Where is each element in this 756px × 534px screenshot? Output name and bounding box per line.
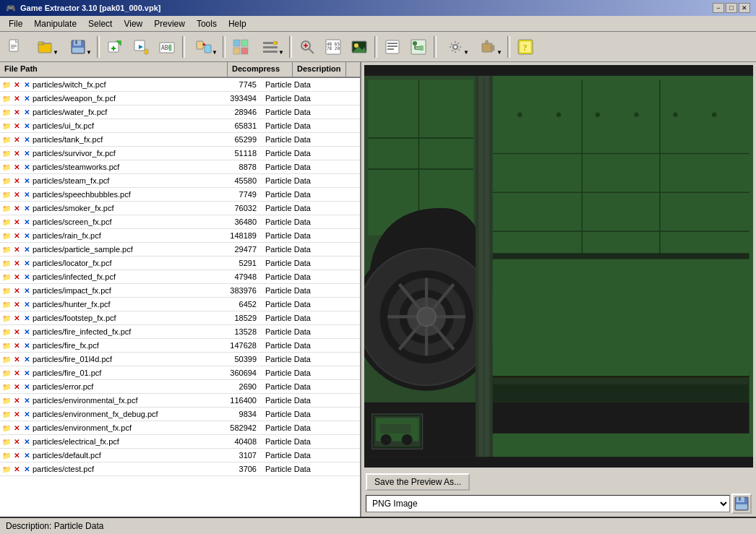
remove-blue-icon[interactable]: ✕ — [22, 121, 31, 131]
table-row[interactable]: 📁 ✕ ✕ particles/fire_01.pcf 360694 Parti… — [0, 366, 360, 380]
menu-item-select[interactable]: Select — [82, 17, 118, 30]
table-row[interactable]: 📁 ✕ ✕ particles/fire_infected_fx.pcf 135… — [0, 325, 360, 339]
remove-blue-icon[interactable]: ✕ — [22, 218, 31, 227]
table-row[interactable]: 📁 ✕ ✕ particles/tank_fx.pcf 65299 Partic… — [0, 133, 360, 147]
remove-red-icon[interactable]: ✕ — [12, 437, 21, 447]
remove-blue-icon[interactable]: ✕ — [22, 176, 31, 186]
menu-item-tools[interactable]: Tools — [191, 17, 223, 30]
minimize-button[interactable]: − — [713, 3, 724, 13]
remove-red-icon[interactable]: ✕ — [12, 190, 21, 199]
table-row[interactable]: 📁 ✕ ✕ particles/weapon_fx.pcf 393494 Par… — [0, 92, 360, 105]
new-file-button[interactable] — [3, 35, 27, 59]
remove-red-icon[interactable]: ✕ — [12, 369, 21, 378]
remove-blue-icon[interactable]: ✕ — [22, 149, 31, 158]
table-row[interactable]: 📁 ✕ ✕ particles/hunter_fx.pcf 6452 Parti… — [0, 298, 360, 311]
remove-blue-icon[interactable]: ✕ — [22, 410, 31, 419]
close-button[interactable]: ✕ — [739, 3, 750, 13]
remove-red-icon[interactable]: ✕ — [12, 355, 21, 364]
remove-blue-icon[interactable]: ✕ — [22, 108, 31, 117]
remove-blue-icon[interactable]: ✕ — [22, 94, 31, 103]
remove-red-icon[interactable]: ✕ — [12, 286, 21, 296]
table-row[interactable]: 📁 ✕ ✕ particles/environment_fx_debug.pcf… — [0, 408, 360, 421]
menu-item-preview[interactable]: Preview — [148, 17, 191, 30]
remove-red-icon[interactable]: ✕ — [12, 396, 21, 405]
file-table[interactable]: 📁 ✕ ✕ particles/witch_fx.pcf 7745 Partic… — [0, 78, 360, 517]
menu-item-view[interactable]: View — [118, 17, 148, 30]
save-format-icon-button[interactable] — [731, 494, 752, 514]
remove-blue-icon[interactable]: ✕ — [22, 135, 31, 145]
remove-red-icon[interactable]: ✕ — [12, 259, 21, 268]
remove-red-icon[interactable]: ✕ — [12, 135, 21, 145]
remove-red-icon[interactable]: ✕ — [12, 163, 21, 172]
remove-red-icon[interactable]: ✕ — [12, 231, 21, 241]
remove-blue-icon[interactable]: ✕ — [22, 314, 31, 323]
remove-red-icon[interactable]: ✕ — [12, 451, 21, 460]
table-row[interactable]: 📁 ✕ ✕ particles/survivor_fx.pcf 51118 Pa… — [0, 147, 360, 160]
remove-red-icon[interactable]: ✕ — [12, 149, 21, 158]
table-row[interactable]: 📁 ✕ ✕ particles/speechbubbles.pcf 7749 P… — [0, 188, 360, 202]
remove-red-icon[interactable]: ✕ — [12, 218, 21, 227]
save-file-button[interactable]: ▼ — [62, 35, 94, 59]
remove-blue-icon[interactable]: ✕ — [22, 396, 31, 405]
remove-red-icon[interactable]: ✕ — [12, 341, 21, 350]
menu-item-manipulate[interactable]: Manipulate — [28, 17, 82, 30]
remove-blue-icon[interactable]: ✕ — [22, 204, 31, 213]
convert-button[interactable]: ▼ — [188, 35, 220, 59]
open-file-button[interactable]: ▼ — [29, 35, 61, 59]
image-viewer-button[interactable] — [347, 35, 371, 59]
menu-item-help[interactable]: Help — [223, 17, 252, 30]
remove-blue-icon[interactable]: ✕ — [22, 300, 31, 309]
table-row[interactable]: 📁 ✕ ✕ particles/ctest.pcf 3706 Particle … — [0, 462, 360, 476]
remove-red-icon[interactable]: ✕ — [12, 382, 21, 392]
table-row[interactable]: 📁 ✕ ✕ particles/steam_fx.pcf 45580 Parti… — [0, 174, 360, 188]
remove-blue-icon[interactable]: ✕ — [22, 80, 31, 90]
properties-button[interactable] — [380, 35, 405, 59]
table-row[interactable]: 📁 ✕ ✕ particles/impact_fx.pcf 383976 Par… — [0, 284, 360, 298]
remove-red-icon[interactable]: ✕ — [12, 108, 21, 117]
remove-blue-icon[interactable]: ✕ — [22, 355, 31, 364]
table-row[interactable]: 📁 ✕ ✕ particles/smoker_fx.pcf 76032 Part… — [0, 202, 360, 215]
remove-blue-icon[interactable]: ✕ — [22, 163, 31, 172]
table-row[interactable]: 📁 ✕ ✕ particles/footstep_fx.pcf 18529 Pa… — [0, 311, 360, 325]
remove-blue-icon[interactable]: ✕ — [22, 369, 31, 378]
search-button[interactable] — [295, 35, 319, 59]
remove-red-icon[interactable]: ✕ — [12, 327, 21, 337]
table-row[interactable]: 📁 ✕ ✕ particles/default.pcf 3107 Particl… — [0, 449, 360, 462]
remove-blue-icon[interactable]: ✕ — [22, 245, 31, 254]
table-row[interactable]: 📁 ✕ ✕ particles/fire_fx.pcf 147628 Parti… — [0, 339, 360, 353]
table-row[interactable]: 📁 ✕ ✕ particles/water_fx.pcf 28946 Parti… — [0, 105, 360, 119]
remove-red-icon[interactable]: ✕ — [12, 423, 21, 433]
save-preview-button[interactable]: Save the Preview As... — [366, 473, 470, 491]
table-row[interactable]: 📁 ✕ ✕ particles/screen_fx.pcf 36480 Part… — [0, 215, 360, 229]
table-row[interactable]: 📁 ✕ ✕ particles/fire_01l4d.pcf 50399 Par… — [0, 353, 360, 366]
remove-red-icon[interactable]: ✕ — [12, 272, 21, 282]
format-select[interactable]: PNG ImageJPEG ImageBMP ImageTGA Image — [366, 495, 730, 512]
remove-blue-icon[interactable]: ✕ — [22, 382, 31, 392]
remove-blue-icon[interactable]: ✕ — [22, 341, 31, 350]
remove-red-icon[interactable]: ✕ — [12, 300, 21, 309]
remove-blue-icon[interactable]: ✕ — [22, 259, 31, 268]
view-options-button[interactable]: ▼ — [254, 35, 286, 59]
remove-red-icon[interactable]: ✕ — [12, 245, 21, 254]
tree-button[interactable] — [406, 35, 431, 59]
remove-red-icon[interactable]: ✕ — [12, 94, 21, 103]
table-row[interactable]: 📁 ✕ ✕ particles/steamworks.pcf 8878 Part… — [0, 160, 360, 174]
remove-red-icon[interactable]: ✕ — [12, 314, 21, 323]
remove-blue-icon[interactable]: ✕ — [22, 231, 31, 241]
add-files-button[interactable] — [103, 35, 127, 59]
remove-blue-icon[interactable]: ✕ — [22, 327, 31, 337]
extract-button[interactable] — [129, 35, 153, 59]
table-row[interactable]: 📁 ✕ ✕ particles/rain_fx.pcf 148189 Parti… — [0, 229, 360, 243]
table-row[interactable]: 📁 ✕ ✕ particles/witch_fx.pcf 7745 Partic… — [0, 78, 360, 92]
table-row[interactable]: 📁 ✕ ✕ particles/infected_fx.pcf 47948 Pa… — [0, 270, 360, 284]
remove-blue-icon[interactable]: ✕ — [22, 437, 31, 447]
remove-red-icon[interactable]: ✕ — [12, 204, 21, 213]
menu-item-file[interactable]: File — [3, 17, 28, 30]
table-row[interactable]: 📁 ✕ ✕ particles/locator_fx.pcf 5291 Part… — [0, 257, 360, 270]
table-row[interactable]: 📁 ✕ ✕ particles/particle_sample.pcf 2947… — [0, 243, 360, 257]
remove-red-icon[interactable]: ✕ — [12, 410, 21, 419]
remove-blue-icon[interactable]: ✕ — [22, 451, 31, 460]
table-row[interactable]: 📁 ✕ ✕ particles/environment_fx.pcf 58294… — [0, 421, 360, 435]
remove-blue-icon[interactable]: ✕ — [22, 190, 31, 199]
rename-button[interactable]: ABC — [155, 35, 179, 59]
